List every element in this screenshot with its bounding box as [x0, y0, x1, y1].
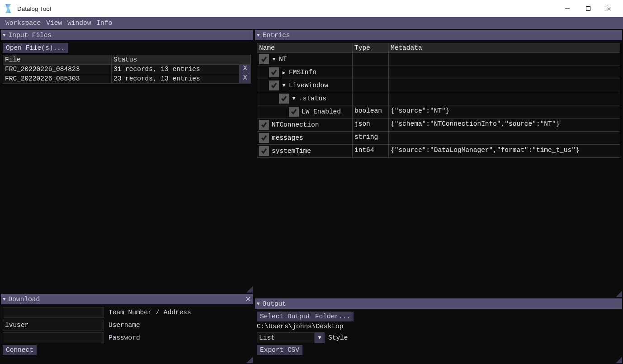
entry-metadata — [389, 53, 620, 66]
style-label: Style — [328, 334, 348, 341]
input-files-panel: ▼ Input Files Open File(s)... File Statu… — [1, 30, 253, 293]
entry-row[interactable]: ▼NT — [257, 52, 620, 66]
minimize-button[interactable] — [557, 0, 578, 17]
entry-metadata — [389, 132, 620, 144]
col-name-header[interactable]: Name — [257, 43, 353, 52]
file-row[interactable]: FRC_20220226_085303 23 records, 13 entri… — [3, 74, 250, 83]
maximize-button[interactable] — [578, 0, 599, 17]
output-header[interactable]: ▼ Output — [255, 298, 622, 309]
entries-panel: ▼ Entries Name Type Metadata ▼NT▶FMSInfo… — [255, 30, 622, 297]
collapse-icon[interactable]: ▼ — [292, 96, 296, 101]
entry-checkbox[interactable] — [279, 94, 289, 104]
input-files-header[interactable]: ▼ Input Files — [1, 30, 253, 40]
file-status: 31 records, 13 entries — [112, 65, 240, 74]
entry-metadata: {"source":"DataLogManager","format":"tim… — [389, 145, 620, 157]
download-panel: ▼ Download Team Number / Address Usernam… — [1, 294, 253, 363]
username-input[interactable] — [3, 320, 104, 331]
app-icon — [4, 4, 13, 13]
entry-metadata: {"schema":"NTConnectionInfo","source":"N… — [389, 118, 620, 131]
entry-checkbox[interactable] — [289, 107, 299, 117]
window-titlebar: Datalog Tool — [0, 0, 623, 17]
entry-metadata — [389, 92, 620, 105]
entry-name: LW Enabled — [302, 108, 341, 115]
entry-row[interactable]: LW Enabledboolean{"source":"NT"} — [257, 105, 620, 118]
resize-handle-icon[interactable] — [246, 286, 253, 293]
col-meta-header[interactable]: Metadata — [389, 43, 620, 52]
open-files-button[interactable]: Open File(s)... — [3, 43, 68, 53]
close-button[interactable] — [599, 0, 619, 17]
entry-checkbox[interactable] — [259, 120, 269, 130]
password-input[interactable] — [3, 332, 104, 343]
entry-name: NTConnection — [272, 121, 319, 128]
file-name: FRC_20220226_084823 — [3, 65, 112, 74]
entries-table: Name Type Metadata ▼NT▶FMSInfo▼LiveWindo… — [257, 43, 620, 158]
output-panel: ▼ Output Select Output Folder... C:\User… — [255, 298, 622, 363]
entry-name: .status — [299, 95, 326, 102]
select-output-folder-button[interactable]: Select Output Folder... — [257, 312, 354, 321]
panel-collapse-icon: ▼ — [3, 297, 6, 302]
menu-view[interactable]: View — [43, 18, 65, 28]
entry-checkbox[interactable] — [259, 54, 269, 64]
col-type-header[interactable]: Type — [353, 43, 389, 52]
entry-type: int64 — [353, 145, 389, 157]
menubar: Workspace View Window Info — [0, 17, 623, 29]
team-number-label: Team Number / Address — [109, 309, 191, 316]
file-row[interactable]: FRC_20220226_084823 31 records, 13 entri… — [3, 65, 250, 74]
entry-name: FMSInfo — [289, 69, 316, 76]
panel-title: Entries — [263, 32, 290, 39]
resize-handle-icon[interactable] — [246, 357, 253, 363]
entry-row[interactable]: systemTimeint64{"source":"DataLogManager… — [257, 144, 620, 157]
collapse-icon[interactable]: ▼ — [272, 57, 276, 62]
col-status-header[interactable]: Status — [112, 55, 250, 64]
entry-metadata — [389, 66, 620, 79]
entry-metadata — [389, 79, 620, 92]
entry-name: systemTime — [272, 147, 311, 155]
svg-rect-1 — [586, 7, 590, 11]
panel-collapse-icon: ▼ — [257, 301, 260, 307]
panel-collapse-icon: ▼ — [257, 33, 260, 38]
entry-name: LiveWindow — [289, 82, 328, 89]
download-header[interactable]: ▼ Download — [1, 294, 253, 304]
entry-row[interactable]: NTConnectionjson{"schema":"NTConnectionI… — [257, 118, 620, 131]
entry-type — [353, 79, 389, 92]
expand-icon[interactable]: ▶ — [282, 70, 286, 76]
entry-type — [353, 53, 389, 66]
menu-workspace[interactable]: Workspace — [3, 18, 43, 28]
entry-checkbox[interactable] — [259, 146, 269, 156]
remove-file-button[interactable]: X — [240, 65, 250, 74]
style-combo[interactable]: List ▼ — [257, 332, 325, 343]
output-path: C:\Users\johns\Desktop — [257, 323, 620, 330]
entry-row[interactable]: ▶FMSInfo — [257, 66, 620, 79]
entry-type — [353, 92, 389, 105]
resize-handle-icon[interactable] — [616, 357, 622, 363]
entries-header[interactable]: ▼ Entries — [255, 30, 622, 40]
file-name: FRC_20220226_085303 — [3, 74, 112, 83]
remove-file-button[interactable]: X — [240, 74, 250, 83]
entry-checkbox[interactable] — [259, 133, 269, 143]
entry-row[interactable]: messagesstring — [257, 131, 620, 144]
file-status: 23 records, 13 entries — [112, 74, 240, 83]
resize-handle-icon[interactable] — [616, 291, 622, 297]
entry-name: NT — [279, 56, 287, 63]
connect-button[interactable]: Connect — [3, 345, 37, 355]
entry-type — [353, 66, 389, 79]
entry-name: messages — [272, 134, 303, 142]
username-label: Username — [109, 321, 140, 329]
col-file-header[interactable]: File — [3, 55, 112, 64]
collapse-icon[interactable]: ▼ — [282, 83, 286, 88]
entry-metadata: {"source":"NT"} — [389, 105, 620, 118]
entry-type: json — [353, 118, 389, 131]
menu-info[interactable]: Info — [94, 18, 115, 28]
entry-checkbox[interactable] — [269, 67, 279, 77]
entry-checkbox[interactable] — [269, 80, 279, 90]
file-table: File Status FRC_20220226_084823 31 recor… — [3, 55, 251, 84]
entry-row[interactable]: ▼.status — [257, 92, 620, 105]
panel-collapse-icon: ▼ — [3, 33, 6, 38]
chevron-down-icon: ▼ — [315, 332, 325, 343]
export-csv-button[interactable]: Export CSV — [257, 345, 302, 355]
team-number-input[interactable] — [3, 307, 104, 318]
menu-window[interactable]: Window — [65, 18, 94, 28]
panel-close-icon[interactable] — [245, 296, 251, 303]
style-combo-value: List — [257, 332, 315, 343]
entry-row[interactable]: ▼LiveWindow — [257, 79, 620, 92]
